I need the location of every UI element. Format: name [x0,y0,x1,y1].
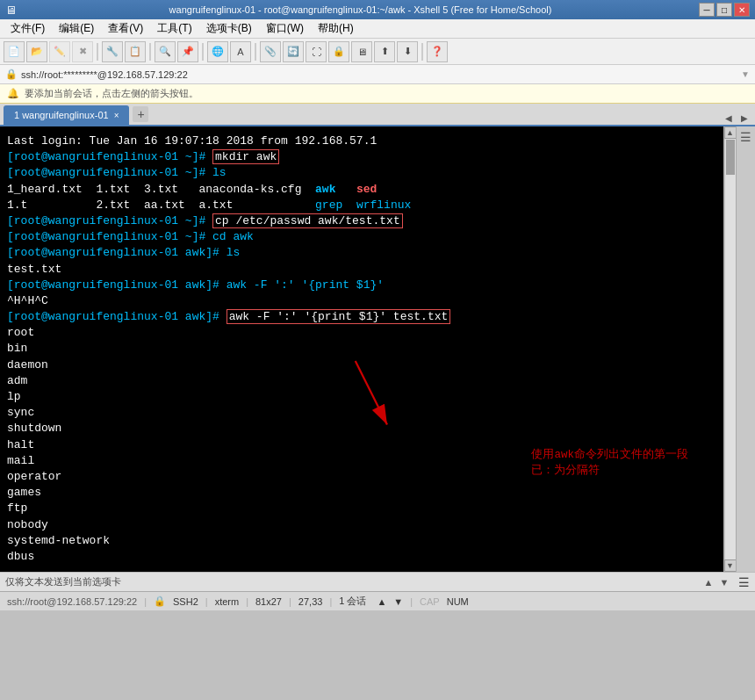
terminal-line-16: adm [7,373,716,389]
open-button[interactable]: 📂 [26,41,47,62]
tab-navigation: ◀ ▶ [722,111,751,125]
toolbar-btn-lock[interactable]: 🔒 [328,41,349,62]
cmd-cp: cp /etc/passwd awk/test.txt [212,213,403,228]
send-text-label: 仅将文本发送到当前选项卡 [5,575,698,588]
toolbar-btn-4[interactable]: ✖ [72,41,93,62]
info-icon: 🔔 [7,88,19,99]
protocol-label: SSH2 [173,596,198,607]
new-tab-button[interactable]: + [133,106,148,122]
toolbar-btn-up[interactable]: ⬆ [374,41,395,62]
menu-view[interactable]: 查看(V) [101,19,150,38]
ssh-lock-icon: 🔒 [154,595,166,607]
terminal-line-24: ftp [7,501,716,516]
caps-lock-status: CAP [420,596,440,607]
terminal-line-20: halt [7,437,716,453]
scroll-down-button[interactable]: ▼ [724,559,737,572]
tab-bar: 1 wangruifenglinux-01 × + ◀ ▶ [0,104,755,126]
maximize-button[interactable]: □ [716,3,732,17]
tab-prev-button[interactable]: ◀ [722,111,736,125]
scroll-down-status[interactable]: ▼ [393,596,403,607]
toolbar-btn-8[interactable]: 📌 [177,41,198,62]
terminal-line-3: [root@wangruifenglinux-01 ~]# ls [7,165,716,181]
terminal-line-14: bin [7,341,716,357]
terminal[interactable]: Last login: Tue Jan 16 19:07:18 2018 fro… [0,126,723,572]
menu-window[interactable]: 窗口(W) [259,19,311,38]
scroll-track [725,139,736,559]
tab-close-icon[interactable]: × [114,111,119,120]
terminal-line-7: [root@wangruifenglinux-01 ~]# cd awk [7,229,716,245]
info-bar: 🔔 要添加当前会话，点击左侧的箭头按钮。 [0,84,755,104]
active-tab[interactable]: 1 wangruifenglinux-01 × [4,105,129,125]
terminal-line-13: root [7,325,716,341]
terminal-line-8: [root@wangruifenglinux-01 awk]# ls [7,245,716,261]
menu-help[interactable]: 帮助(H) [311,19,361,38]
toolbar-btn-7[interactable]: 🔍 [155,41,176,62]
toolbar-btn-6[interactable]: 📋 [125,41,146,62]
terminal-line-11: ^H^H^C [7,293,716,309]
menu-tools[interactable]: 工具(T) [150,19,198,38]
terminal-line-25: nobody [7,517,716,533]
toolbar-btn-3[interactable]: ✏️ [49,41,70,62]
toolbar-btn-11[interactable]: 📎 [260,41,281,62]
terminal-line-10: [root@wangruifenglinux-01 awk]# awk -F '… [7,278,716,293]
menu-file[interactable]: 文件(F) [4,19,52,38]
scroll-up-status[interactable]: ▲ [377,596,386,607]
right-menu-button[interactable]: ☰ [736,126,755,572]
terminal-line-26: systemd-network [7,533,716,549]
status-scroll-controls: ▲ ▼ [701,575,731,589]
tab-label: 1 wangruifenglinux-01 [14,110,109,120]
toolbar-sep-2 [149,43,151,61]
title-bar: 🖥 wangruifenglinux-01 - root@wangruifeng… [0,0,755,19]
status-bar: 仅将文本发送到当前选项卡 ▲ ▼ ☰ [0,572,755,591]
info-text: 要添加当前会话，点击左侧的箭头按钮。 [25,87,198,100]
toolbar-btn-monitor[interactable]: 🖥 [351,41,372,62]
scroll-thumb[interactable] [726,140,735,175]
toolbar-btn-12[interactable]: 🔄 [283,41,304,62]
terminal-line-15: daemon [7,357,716,373]
terminal-size: 81x27 [255,596,282,607]
window-title: wangruifenglinux-01 - root@wangruifengli… [22,4,699,15]
terminal-line-18: sync [7,405,716,421]
toolbar-sep-3 [202,43,204,61]
right-menu-icon: ☰ [740,130,751,144]
help-button[interactable]: ❓ [427,41,448,62]
cursor-position: 27,33 [298,596,323,607]
status-scroll-down[interactable]: ▼ [717,575,731,589]
toolbar-btn-9[interactable]: 🌐 [207,41,228,62]
lock-icon: 🔒 [5,69,18,80]
terminal-line-1: Last login: Tue Jan 16 19:07:18 2018 fro… [7,134,716,149]
terminal-line-21: mail [7,453,716,469]
status-menu-icon[interactable]: ☰ [738,575,750,589]
terminal-line-9: test.txt [7,262,716,278]
toolbar-btn-5[interactable]: 🔧 [102,41,123,62]
menu-edit[interactable]: 编辑(E) [52,19,101,38]
address-dropdown[interactable]: ▼ [741,69,750,79]
toolbar-btn-down[interactable]: ⬇ [397,41,418,62]
bottom-status-bar: ssh://root@192.168.57.129:22 | 🔒 SSH2 | … [0,591,755,610]
menu-tabs[interactable]: 选项卡(B) [199,19,259,38]
toolbar-sep-4 [255,43,256,61]
toolbar-sep-1 [97,43,98,61]
close-button[interactable]: ✕ [734,3,750,17]
terminal-line-23: games [7,485,716,501]
terminal-line-2: [root@wangruifenglinux-01 ~]# mkdir awk [7,149,716,165]
terminal-wrapper: Last login: Tue Jan 16 19:07:18 2018 fro… [0,126,755,572]
status-scroll-up[interactable]: ▲ [701,575,715,589]
num-lock-status: NUM [447,596,469,607]
cmd-mkdir: mkdir awk [212,149,279,164]
cmd-awk: awk -F ':' '{print $1}' test.txt [226,309,451,324]
terminal-line-17: lp [7,389,716,405]
connection-status: ssh://root@192.168.57.129:22 [7,596,137,607]
terminal-scrollbar[interactable]: ▲ ▼ [723,126,736,572]
terminal-line-27: dbus [7,549,716,565]
toolbar-btn-fullscreen[interactable]: ⛶ [306,41,327,62]
terminal-line-12: [root@wangruifenglinux-01 awk]# awk -F '… [7,309,716,325]
toolbar: 📄 📂 ✏️ ✖ 🔧 📋 🔍 📌 🌐 A 📎 🔄 ⛶ 🔒 🖥 ⬆ ⬇ ❓ [0,39,755,65]
toolbar-btn-10[interactable]: A [230,41,251,62]
minimize-button[interactable]: ─ [699,3,715,17]
tab-next-button[interactable]: ▶ [737,111,751,125]
terminal-type: xterm [215,596,240,607]
scroll-up-button[interactable]: ▲ [724,126,737,139]
window-controls: ─ □ ✕ [699,3,750,17]
new-session-button[interactable]: 📄 [4,41,25,62]
